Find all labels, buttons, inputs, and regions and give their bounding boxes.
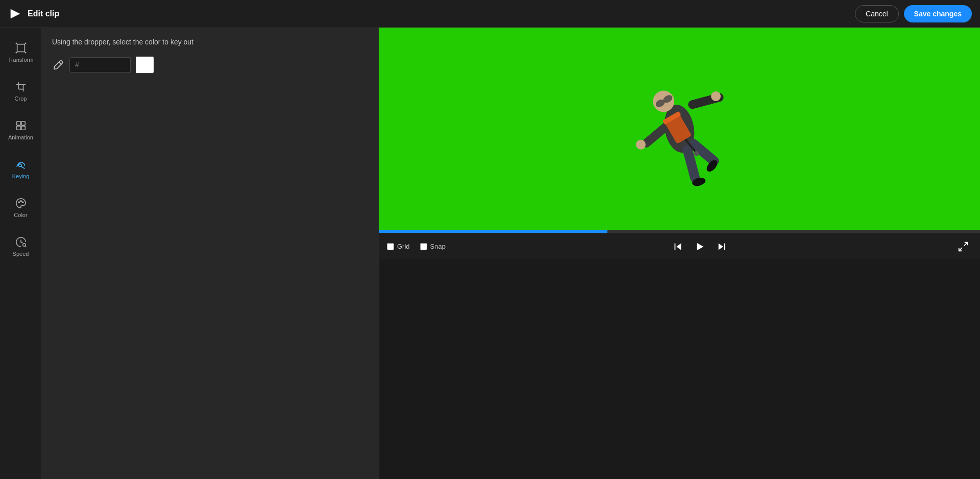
svg-rect-14 xyxy=(16,122,20,125)
play-button[interactable] xyxy=(691,238,708,255)
color-picker-row xyxy=(52,56,368,74)
sidebar-item-color-label: Color xyxy=(14,212,27,218)
speed-icon xyxy=(14,235,28,249)
topbar: Edit clip Cancel Save changes xyxy=(0,0,980,28)
eyedropper-button[interactable] xyxy=(52,59,64,71)
svg-marker-43 xyxy=(677,243,681,250)
svg-point-23 xyxy=(22,244,25,247)
keying-icon xyxy=(14,158,28,171)
svg-point-20 xyxy=(18,202,19,203)
sidebar-item-keying-label: Keying xyxy=(12,173,30,179)
video-frame xyxy=(379,28,980,230)
figure-container xyxy=(379,28,980,230)
snap-checkbox-group[interactable]: Snap xyxy=(420,243,446,250)
sidebar-item-animation[interactable]: Animation xyxy=(3,111,39,148)
snap-label: Snap xyxy=(430,243,446,250)
sidebar-item-keying[interactable]: Keying xyxy=(3,150,39,187)
skip-end-button[interactable] xyxy=(714,238,731,255)
svg-line-19 xyxy=(21,166,24,169)
grid-label: Grid xyxy=(397,243,410,250)
play-icon xyxy=(694,241,705,252)
svg-marker-45 xyxy=(719,243,723,250)
svg-marker-42 xyxy=(675,243,676,250)
bottom-section xyxy=(379,259,980,479)
sidebar-item-crop[interactable]: Crop xyxy=(3,73,39,109)
sidebar: Transform Crop xyxy=(0,28,42,479)
grid-checkbox[interactable] xyxy=(387,243,394,250)
svg-line-47 xyxy=(964,242,967,245)
animation-icon xyxy=(14,119,28,132)
skip-start-button[interactable] xyxy=(669,238,686,255)
cancel-button[interactable]: Cancel xyxy=(855,5,899,22)
keying-panel: Using the dropper, select the color to k… xyxy=(42,28,379,479)
skydiver-figure xyxy=(506,32,853,226)
svg-point-21 xyxy=(20,201,21,202)
topbar-actions: Cancel Save changes xyxy=(855,5,972,22)
preview-area: Grid Snap xyxy=(379,28,980,479)
svg-line-25 xyxy=(59,62,61,64)
snap-checkbox[interactable] xyxy=(420,243,427,250)
svg-point-18 xyxy=(18,164,21,167)
svg-marker-0 xyxy=(11,9,20,18)
app-logo xyxy=(8,7,22,21)
svg-rect-15 xyxy=(21,122,24,125)
svg-marker-46 xyxy=(724,243,725,250)
sidebar-item-color[interactable]: Color xyxy=(3,189,39,226)
svg-point-7 xyxy=(24,42,26,44)
sidebar-item-transform[interactable]: Transform xyxy=(3,34,39,70)
svg-point-22 xyxy=(22,202,23,203)
svg-line-24 xyxy=(25,246,26,247)
fullscreen-icon xyxy=(958,241,969,252)
skip-end-icon xyxy=(717,241,728,252)
svg-point-6 xyxy=(15,42,17,44)
crop-icon xyxy=(14,80,28,93)
skip-start-icon xyxy=(672,241,683,252)
transform-icon xyxy=(14,41,28,55)
page-title: Edit clip xyxy=(28,9,855,18)
color-hex-input[interactable] xyxy=(69,57,131,73)
sidebar-item-speed[interactable]: Speed xyxy=(3,228,39,265)
panel-instruction: Using the dropper, select the color to k… xyxy=(52,38,368,46)
color-icon xyxy=(14,197,28,210)
svg-point-9 xyxy=(24,52,26,54)
fullscreen-button[interactable] xyxy=(954,238,972,255)
controls-bar: Grid Snap xyxy=(379,233,980,259)
sidebar-item-crop-label: Crop xyxy=(15,95,27,102)
svg-line-48 xyxy=(959,247,962,250)
color-swatch[interactable] xyxy=(136,56,154,74)
grid-checkbox-group[interactable]: Grid xyxy=(387,243,410,250)
svg-rect-17 xyxy=(21,126,24,130)
playback-controls xyxy=(669,238,731,255)
svg-marker-44 xyxy=(697,243,704,250)
svg-point-8 xyxy=(15,52,17,54)
video-container xyxy=(379,28,980,230)
svg-rect-1 xyxy=(17,44,24,52)
main-layout: Transform Crop xyxy=(0,28,980,479)
svg-rect-16 xyxy=(16,126,20,130)
sidebar-item-animation-label: Animation xyxy=(8,134,33,140)
sidebar-item-speed-label: Speed xyxy=(13,251,29,257)
save-button[interactable]: Save changes xyxy=(904,5,972,22)
sidebar-item-transform-label: Transform xyxy=(8,57,34,63)
